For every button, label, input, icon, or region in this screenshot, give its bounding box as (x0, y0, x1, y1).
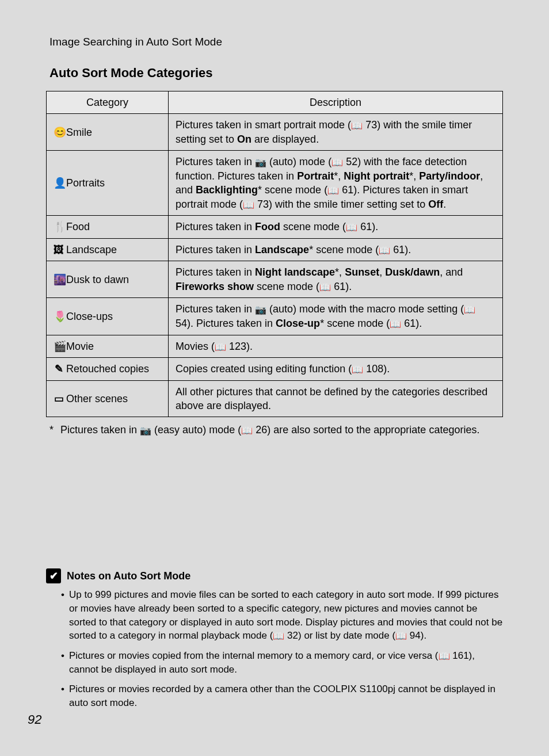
table-row: 🖼Landscape Pictures taken in Landscape* … (47, 238, 503, 261)
other-icon: ▭ (54, 392, 64, 406)
book-icon: 📖 (464, 304, 475, 316)
notes-block: ✔ Notes on Auto Sort Mode Up to 999 pict… (46, 568, 503, 716)
person-icon: 👤 (54, 176, 64, 190)
description-cell: Copies created using editing function (📖… (169, 358, 503, 381)
category-label: Smile (66, 127, 92, 138)
description-cell: Movies (📖 123). (169, 335, 503, 358)
camera-sparkle-icon: 📷 (140, 425, 151, 437)
book-icon: 📖 (241, 425, 253, 437)
category-label: Retouched copies (66, 363, 149, 375)
book-icon: 📖 (243, 199, 254, 212)
description-cell: Pictures taken in 📷 (auto) mode (📖 52) w… (169, 151, 503, 216)
book-icon: 📖 (379, 245, 390, 257)
book-icon: 📖 (319, 281, 331, 294)
breadcrumb: Image Searching in Auto Sort Mode (46, 36, 503, 48)
book-icon: 📖 (352, 364, 363, 376)
table-row: 👤Portraits Pictures taken in 📷 (auto) mo… (47, 151, 503, 216)
category-label: Food (66, 221, 90, 232)
check-icon: ✔ (46, 568, 61, 583)
header-description: Description (169, 91, 503, 114)
category-label: Movie (66, 341, 94, 352)
note-item: Pictures or movies recorded by a camera … (61, 682, 503, 710)
category-label: Portraits (66, 177, 105, 189)
table-row: ▭Other scenes All other pictures that ca… (47, 380, 503, 417)
manual-page: Image Searching in Auto Sort Mode Auto S… (0, 0, 549, 756)
table-row: 😊Smile Pictures taken in smart portrait … (47, 114, 503, 151)
category-label: Dusk to dawn (66, 274, 129, 285)
page-number: 92 (28, 712, 41, 727)
table-row: 🌷Close-ups Pictures taken in 📷 (auto) mo… (47, 298, 503, 335)
table-row: 🍴Food Pictures taken in Food scene mode … (47, 216, 503, 239)
category-label: Close-ups (66, 311, 113, 322)
description-cell: Pictures taken in Landscape* scene mode … (169, 238, 503, 261)
camera-icon: 📷 (255, 156, 266, 169)
table-row: 🎬Movie Movies (📖 123). (47, 335, 503, 358)
category-label: Other scenes (66, 393, 128, 404)
description-cell: Pictures taken in Food scene mode (📖 61)… (169, 216, 503, 239)
book-icon: 📖 (273, 630, 284, 643)
category-label: Landscape (66, 244, 117, 255)
description-cell: Pictures taken in smart portrait mode (📖… (169, 114, 503, 151)
book-icon: 📖 (395, 630, 407, 643)
book-icon: 📖 (346, 222, 357, 234)
description-cell: Pictures taken in Night landscape*, Suns… (169, 261, 503, 298)
section-title: Auto Sort Mode Categories (46, 66, 503, 81)
book-icon: 📖 (390, 318, 401, 331)
dusk-icon: 🌆 (54, 273, 64, 287)
book-icon: 📖 (439, 650, 450, 663)
book-icon: 📖 (215, 341, 226, 354)
book-icon: 📖 (351, 120, 363, 132)
book-icon: 📖 (327, 185, 339, 197)
header-category: Category (47, 91, 169, 114)
movie-icon: 🎬 (54, 339, 64, 353)
book-icon: 📖 (331, 156, 343, 169)
categories-table: Category Description 😊Smile Pictures tak… (46, 91, 503, 417)
description-cell: All other pictures that cannot be define… (169, 380, 503, 417)
food-icon: 🍴 (54, 220, 64, 234)
footnote: * Pictures taken in 📷 (easy auto) mode (… (46, 423, 503, 437)
notes-title: Notes on Auto Sort Mode (67, 570, 190, 582)
note-item: Up to 999 pictures and movie files can b… (61, 588, 503, 643)
closeup-icon: 🌷 (54, 310, 64, 323)
camera-icon: 📷 (255, 304, 266, 316)
note-item: Pictures or movies copied from the inter… (61, 649, 503, 677)
table-row: 🌆Dusk to dawn Pictures taken in Night la… (47, 261, 503, 298)
retouch-icon: ✎ (54, 362, 64, 376)
description-cell: Pictures taken in 📷 (auto) mode with the… (169, 298, 503, 335)
landscape-icon: 🖼 (54, 243, 64, 257)
table-row: ✎Retouched copies Copies created using e… (47, 358, 503, 381)
smile-icon: 😊 (54, 125, 64, 139)
